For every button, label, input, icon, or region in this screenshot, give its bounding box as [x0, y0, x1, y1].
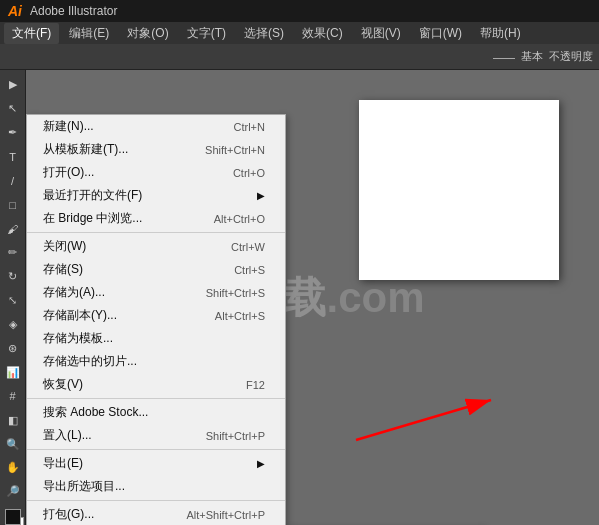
tool-direct-select[interactable]: ↖: [2, 98, 24, 120]
menu-item-save-copy[interactable]: 存储副本(Y)... Alt+Ctrl+S: [27, 304, 285, 327]
canvas-document: [359, 100, 559, 280]
menu-item-export-selected[interactable]: 导出所选项目...: [27, 475, 285, 498]
tool-mesh[interactable]: #: [2, 385, 24, 407]
title-bar: Ai Adobe Illustrator: [0, 0, 599, 22]
menu-text[interactable]: 文字(T): [179, 23, 234, 44]
file-dropdown-menu: 新建(N)... Ctrl+N 从模板新建(T)... Shift+Ctrl+N…: [26, 114, 286, 525]
tool-line[interactable]: /: [2, 170, 24, 192]
tool-rotate[interactable]: ↻: [2, 266, 24, 288]
main-area: ▶ ↖ ✒ T / □ 🖌 ✏ ↻ ⤡ ◈ ⊛ 📊 # ◧ 🔍 ✋ 🔎 安下载.…: [0, 70, 599, 525]
dropdown-overlay: 新建(N)... Ctrl+N 从模板新建(T)... Shift+Ctrl+N…: [26, 114, 286, 525]
menu-item-save-slices[interactable]: 存储选中的切片...: [27, 350, 285, 373]
tool-gradient[interactable]: ◧: [2, 409, 24, 431]
menu-file[interactable]: 文件(F): [4, 23, 59, 44]
menu-item-export[interactable]: 导出(E) ▶: [27, 452, 285, 475]
opacity-label: 不透明度: [549, 49, 593, 64]
svg-line-1: [356, 400, 491, 440]
tool-pencil[interactable]: ✏: [2, 242, 24, 264]
menu-item-bridge[interactable]: 在 Bridge 中浏览... Alt+Ctrl+O: [27, 207, 285, 230]
menu-item-save-as[interactable]: 存储为(A)... Shift+Ctrl+S: [27, 281, 285, 304]
menu-window[interactable]: 窗口(W): [411, 23, 470, 44]
canvas-area: 安下载.com 新建(N)... Ctrl+N 从模板新建(T)... Shif…: [26, 70, 599, 525]
menu-item-save[interactable]: 存储(S) Ctrl+S: [27, 258, 285, 281]
menu-item-package[interactable]: 打包(G)... Alt+Shift+Ctrl+P: [27, 503, 285, 525]
tool-hand[interactable]: ✋: [2, 457, 24, 479]
toolbar: —— 基本 不透明度: [0, 44, 599, 70]
toolbar-right: —— 基本 不透明度: [493, 49, 593, 64]
menu-item-revert[interactable]: 恢复(V) F12: [27, 373, 285, 396]
menu-bar: 文件(F) 编辑(E) 对象(O) 文字(T) 选择(S) 效果(C) 视图(V…: [0, 22, 599, 44]
menu-object[interactable]: 对象(O): [119, 23, 176, 44]
tool-pen[interactable]: ✒: [2, 122, 24, 144]
workspace-name: 基本: [521, 49, 543, 64]
tool-blend[interactable]: ◈: [2, 313, 24, 335]
tool-brush[interactable]: 🖌: [2, 218, 24, 240]
tool-zoom[interactable]: 🔎: [2, 481, 24, 503]
menu-item-open[interactable]: 打开(O)... Ctrl+O: [27, 161, 285, 184]
menu-effects[interactable]: 效果(C): [294, 23, 351, 44]
menu-select[interactable]: 选择(S): [236, 23, 292, 44]
menu-item-new[interactable]: 新建(N)... Ctrl+N: [27, 115, 285, 138]
menu-item-close[interactable]: 关闭(W) Ctrl+W: [27, 235, 285, 258]
title-bar-text: Adobe Illustrator: [30, 4, 117, 18]
menu-view[interactable]: 视图(V): [353, 23, 409, 44]
tool-rect[interactable]: □: [2, 194, 24, 216]
menu-edit[interactable]: 编辑(E): [61, 23, 117, 44]
menu-item-new-template[interactable]: 从模板新建(T)... Shift+Ctrl+N: [27, 138, 285, 161]
separator-3: [27, 449, 285, 450]
tool-symbol[interactable]: ⊛: [2, 337, 24, 359]
workspace-label: ——: [493, 51, 515, 63]
menu-item-place[interactable]: 置入(L)... Shift+Ctrl+P: [27, 424, 285, 447]
menu-help[interactable]: 帮助(H): [472, 23, 529, 44]
app-logo: Ai: [8, 3, 22, 19]
tools-panel: ▶ ↖ ✒ T / □ 🖌 ✏ ↻ ⤡ ◈ ⊛ 📊 # ◧ 🔍 ✋ 🔎: [0, 70, 26, 525]
separator-2: [27, 398, 285, 399]
tool-scale[interactable]: ⤡: [2, 289, 24, 311]
separator-4: [27, 500, 285, 501]
red-arrow-indicator: [336, 380, 516, 460]
tool-select[interactable]: ▶: [2, 74, 24, 96]
menu-item-recent[interactable]: 最近打开的文件(F) ▶: [27, 184, 285, 207]
tool-type[interactable]: T: [2, 146, 24, 168]
color-foreground[interactable]: [5, 509, 21, 525]
tool-eyedropper[interactable]: 🔍: [2, 433, 24, 455]
tool-graph[interactable]: 📊: [2, 361, 24, 383]
separator-1: [27, 232, 285, 233]
menu-item-save-template[interactable]: 存储为模板...: [27, 327, 285, 350]
menu-item-stock[interactable]: 搜索 Adobe Stock...: [27, 401, 285, 424]
